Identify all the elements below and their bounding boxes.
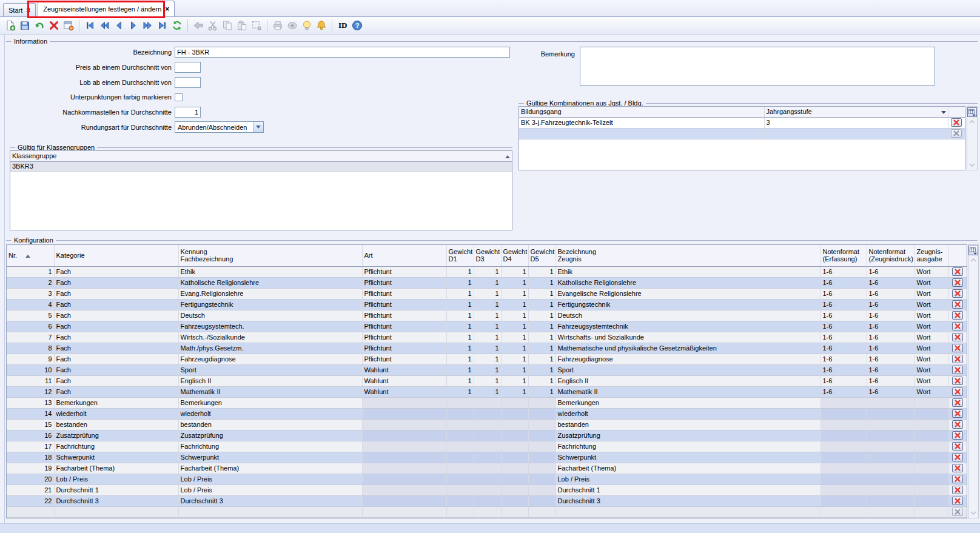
horizontal-scrollbar-track[interactable] <box>0 523 980 533</box>
table-row[interactable]: 21Durchschnitt 1Lob / PreisDurchschnitt … <box>7 484 967 495</box>
delete-row-icon[interactable] <box>952 333 963 341</box>
table-row[interactable]: 15bestandenbestandenbestanden <box>7 419 967 430</box>
table-row[interactable]: 19Facharbeit (Thema)Facharbeit (Thema)Fa… <box>7 463 967 474</box>
table-row[interactable]: 17FachrichtungFachrichtungFachrichtung <box>7 441 967 452</box>
delete-row-icon[interactable] <box>952 475 963 483</box>
table-row[interactable]: 10FachSportWahlunt1111Sport1-61-6Wort <box>7 364 967 375</box>
table-row[interactable] <box>7 506 967 517</box>
delete-row-icon[interactable] <box>952 486 963 494</box>
column-header-nf_zeugnisdruck[interactable]: Notenformat(Zeugnisdruck) <box>867 245 915 266</box>
delete-row-icon[interactable] <box>952 387 963 396</box>
form-delete-icon[interactable] <box>61 18 76 33</box>
column-header-zeugnisausgabe[interactable]: Zeugnis-ausgabe <box>915 245 948 266</box>
delete-row-icon[interactable] <box>952 398 963 407</box>
scroll-down-icon[interactable] <box>968 163 976 168</box>
table-row[interactable]: 2FachKatholische ReligionslehrePflichtun… <box>7 277 967 288</box>
column-chooser-icon[interactable] <box>968 246 978 255</box>
table-row[interactable] <box>519 128 965 139</box>
last-record-icon[interactable] <box>155 18 170 33</box>
delete-record-icon[interactable] <box>47 18 61 33</box>
first-record-icon[interactable] <box>82 18 97 33</box>
delete-row-icon[interactable] <box>952 278 963 287</box>
scroll-down-icon[interactable] <box>970 511 977 516</box>
unterpunktungen-checkbox[interactable] <box>175 93 183 101</box>
delete-row-icon[interactable] <box>952 377 963 385</box>
table-row[interactable]: 6FachFahrzeugsystemtech.Pflichtunt1111Fa… <box>7 321 967 332</box>
id-label[interactable]: ID <box>335 21 350 30</box>
fast-backward-icon[interactable] <box>97 18 112 33</box>
bemerkung-field[interactable] <box>580 47 935 85</box>
tab-start[interactable]: Start × <box>3 3 36 16</box>
table-row[interactable]: 12FachMathematik IIWahlunt1111Mathematik… <box>7 386 967 397</box>
table-row[interactable]: 13BemerkungenBemerkungenBemerkungen <box>7 397 967 408</box>
lob-field[interactable] <box>175 77 201 88</box>
table-row[interactable]: BK 3-j.Fahrzeugtechnik-Teilzeit3 <box>519 117 965 128</box>
column-header-klassengruppe[interactable]: Klassengruppe <box>10 151 512 161</box>
dropdown-arrow-icon[interactable] <box>941 111 946 114</box>
column-header-bildungsgang[interactable]: Bildungsgang <box>519 107 764 117</box>
table-row[interactable]: 5FachDeutschPflichtunt1111Deutsch1-61-6W… <box>7 310 967 321</box>
column-header-kategorie[interactable]: Kategorie <box>54 245 178 266</box>
table-row[interactable]: 16ZusatzprüfungZusatzprüfungZusatzprüfun… <box>7 430 967 441</box>
table-row[interactable]: 1FachEthikPflichtunt1111Ethik1-61-6Wort <box>7 266 967 277</box>
delete-row-icon[interactable] <box>952 442 963 451</box>
delete-row-icon[interactable] <box>952 453 963 461</box>
column-header-d1[interactable]: GewichtD1 <box>446 245 474 266</box>
nachkommastellen-field[interactable] <box>175 107 201 118</box>
table-row[interactable]: 9FachFahrzeugdiagnosePflichtunt1111Fahrz… <box>7 354 967 364</box>
delete-row-icon[interactable] <box>952 366 963 374</box>
column-header-nf_erfassung[interactable]: Notenformat(Erfassung) <box>821 245 867 266</box>
delete-row-icon[interactable] <box>952 355 963 363</box>
table-row[interactable]: 14wiederholtwiederholtwiederholt <box>7 408 967 419</box>
delete-row-icon[interactable] <box>952 409 963 418</box>
column-header-kennung[interactable]: KennungFachbezeichnung <box>178 245 362 266</box>
delete-row-icon[interactable] <box>952 420 963 429</box>
column-header-d3[interactable]: GewichtD3 <box>474 245 501 266</box>
delete-row-icon[interactable] <box>952 344 963 352</box>
table-row[interactable]: 22Durchschnitt 3Durchschnitt 3Durchschni… <box>7 495 967 506</box>
save-icon[interactable] <box>18 18 32 33</box>
delete-row-icon[interactable] <box>952 431 963 440</box>
column-header-nr[interactable]: Nr. <box>7 245 54 266</box>
tab-zeugniseinstellungen[interactable]: Zeugniseinstellungen festlegen / ändern … <box>38 1 175 16</box>
table-row[interactable]: 8FachMath./phys.Gesetzm.Pflichtunt1111Ma… <box>7 343 967 354</box>
help-icon[interactable]: ? <box>350 18 364 33</box>
delete-row-icon[interactable] <box>952 322 963 330</box>
delete-row-icon[interactable] <box>952 497 963 505</box>
table-row[interactable]: 20Lob / PreisLob / PreisLob / Preis <box>7 474 967 484</box>
column-header-d5[interactable]: GewichtD5 <box>528 245 555 266</box>
delete-row-icon[interactable] <box>952 464 963 472</box>
scroll-up-icon[interactable] <box>970 257 977 263</box>
column-header-art[interactable]: Art <box>362 245 446 266</box>
rundungsart-select[interactable]: Abrunden/Abschneiden <box>175 121 264 133</box>
scroll-up-icon[interactable] <box>968 119 976 124</box>
preis-field[interactable] <box>175 62 201 73</box>
column-header-d4[interactable]: GewichtD4 <box>501 245 528 266</box>
new-document-icon[interactable] <box>3 18 18 33</box>
next-record-icon[interactable] <box>126 18 141 33</box>
column-header-jahrgangsstufe[interactable]: Jahrgangsstufe <box>764 107 948 117</box>
table-row[interactable]: 3BKR3 <box>10 161 512 171</box>
refresh-icon[interactable] <box>170 18 184 33</box>
bezeichnung-field[interactable] <box>175 47 510 58</box>
bell-icon[interactable] <box>314 18 329 33</box>
delete-row-icon[interactable] <box>952 267 963 276</box>
lamp-icon[interactable] <box>300 18 314 33</box>
table-row[interactable]: 3FachEvang.ReligionslehrePflichtunt1111E… <box>7 288 967 299</box>
column-header-bezeichnung[interactable]: BezeichnungZeugnis <box>555 245 821 266</box>
close-tab-icon[interactable]: × <box>165 5 169 13</box>
delete-row-icon[interactable] <box>952 311 963 320</box>
fast-forward-icon[interactable] <box>141 18 155 33</box>
table-row[interactable]: 11FachEnglisch IIWahlunt1111Englisch II1… <box>7 375 967 386</box>
table-row[interactable]: 7FachWirtsch.-/SozialkundePflichtunt1111… <box>7 332 967 343</box>
table-row[interactable]: 4FachFertigungstechnikPflichtunt1111Fert… <box>7 299 967 310</box>
table-row[interactable]: 18SchwerpunktSchwerpunktSchwerpunkt <box>7 452 967 463</box>
previous-record-icon[interactable] <box>112 18 126 33</box>
dropdown-button[interactable] <box>253 122 263 132</box>
column-chooser-icon[interactable] <box>967 107 977 117</box>
delete-row-icon[interactable] <box>952 289 963 298</box>
delete-row-icon[interactable] <box>951 118 962 127</box>
undo-icon[interactable] <box>32 18 47 33</box>
close-tab-icon[interactable]: × <box>26 7 30 14</box>
delete-row-icon[interactable] <box>952 300 963 309</box>
